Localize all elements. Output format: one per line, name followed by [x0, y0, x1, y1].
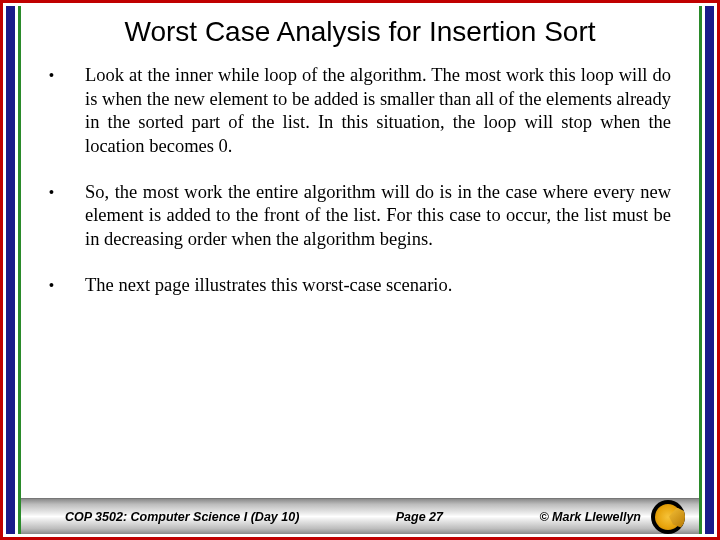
slide-content: • Look at the inner while loop of the al… — [21, 64, 699, 534]
bullet-item: • The next page illustrates this worst-c… — [49, 274, 671, 298]
bullet-dot-icon: • — [49, 274, 67, 296]
bullet-dot-icon: • — [49, 64, 67, 86]
slide-frame-green: Worst Case Analysis for Insertion Sort •… — [18, 6, 702, 534]
bullet-text: Look at the inner while loop of the algo… — [67, 64, 671, 159]
bullet-item: • Look at the inner while loop of the al… — [49, 64, 671, 159]
bullet-item: • So, the most work the entire algorithm… — [49, 181, 671, 252]
ucf-pegasus-logo-icon — [651, 500, 685, 534]
bullet-text: So, the most work the entire algorithm w… — [67, 181, 671, 252]
footer-copyright: © Mark Llewellyn — [539, 510, 641, 524]
footer-page: Page 27 — [396, 510, 443, 524]
footer-course: COP 3502: Computer Science I (Day 10) — [65, 510, 299, 524]
footer-right-group: © Mark Llewellyn — [539, 500, 685, 534]
bullet-text: The next page illustrates this worst-cas… — [67, 274, 671, 298]
bullet-dot-icon: • — [49, 181, 67, 203]
footer: COP 3502: Computer Science I (Day 10) Pa… — [21, 498, 699, 534]
slide-frame-outer: Worst Case Analysis for Insertion Sort •… — [0, 0, 720, 540]
footer-bar: COP 3502: Computer Science I (Day 10) Pa… — [21, 498, 699, 534]
slide-title: Worst Case Analysis for Insertion Sort — [21, 6, 699, 64]
slide-frame-blue: Worst Case Analysis for Insertion Sort •… — [6, 6, 714, 534]
